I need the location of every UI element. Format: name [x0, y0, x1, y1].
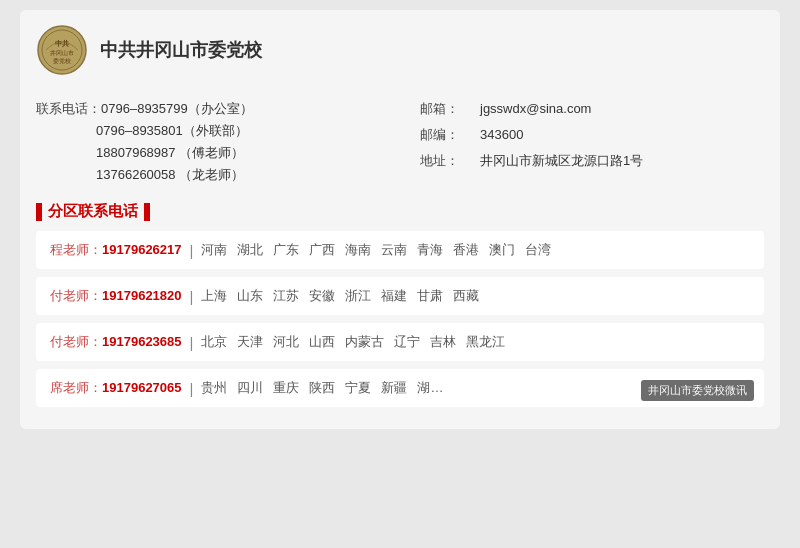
region-area: 山东 — [237, 287, 263, 305]
email-value: jgsswdx@sina.com — [480, 101, 591, 116]
region-card-2: 付老师：19179623685 | 北京天津河北山西内蒙古辽宁吉林黑龙江 — [36, 323, 764, 361]
region-area: 北京 — [201, 333, 227, 351]
section-title: 分区联系电话 — [48, 202, 138, 221]
region-list-2: 北京天津河北山西内蒙古辽宁吉林黑龙江 — [201, 333, 505, 351]
contact-section: 联系电话： 0796–8935799（办公室） 0796–8935801（外联部… — [36, 100, 764, 188]
region-area: 浙江 — [345, 287, 371, 305]
region-area: 贵州 — [201, 379, 227, 397]
region-teacher-0: 程老师：19179626217 — [50, 241, 182, 259]
region-area: 海南 — [345, 241, 371, 259]
svg-text:中共: 中共 — [55, 39, 70, 48]
region-area: 西藏 — [453, 287, 479, 305]
region-area: 陕西 — [309, 379, 335, 397]
watermark: 井冈山市委党校微讯 — [641, 380, 754, 401]
address-value: 井冈山市新城区龙源口路1号 — [480, 152, 643, 170]
region-area: 四川 — [237, 379, 263, 397]
region-area: 湖… — [417, 379, 443, 397]
org-logo: 中共 井冈山市 委党校 — [36, 24, 88, 76]
region-area: 山西 — [309, 333, 335, 351]
region-area: 上海 — [201, 287, 227, 305]
phone-row-2: 0796–8935801（外联部） — [36, 122, 380, 140]
contact-right: 邮箱： jgsswdx@sina.com 邮编： 343600 地址： 井冈山市… — [400, 100, 764, 188]
region-area: 广西 — [309, 241, 335, 259]
postcode-value: 343600 — [480, 127, 523, 142]
phone-row-4: 13766260058 （龙老师） — [36, 166, 380, 184]
region-area: 黑龙江 — [466, 333, 505, 351]
region-teacher-1: 付老师：19179621820 — [50, 287, 182, 305]
phone-row-3: 18807968987 （傅老师） — [36, 144, 380, 162]
region-area: 澳门 — [489, 241, 515, 259]
region-list-1: 上海山东江苏安徽浙江福建甘肃西藏 — [201, 287, 479, 305]
region-area: 香港 — [453, 241, 479, 259]
org-name: 中共井冈山市委党校 — [100, 38, 262, 62]
region-teacher-3: 席老师：19179627065 — [50, 379, 182, 397]
divider-left-bar — [36, 203, 42, 221]
region-area: 河北 — [273, 333, 299, 351]
region-card-1: 付老师：19179621820 | 上海山东江苏安徽浙江福建甘肃西藏 — [36, 277, 764, 315]
region-area: 内蒙古 — [345, 333, 384, 351]
region-area: 湖北 — [237, 241, 263, 259]
section-divider: 分区联系电话 — [36, 202, 764, 221]
region-area: 重庆 — [273, 379, 299, 397]
region-area: 甘肃 — [417, 287, 443, 305]
region-area: 天津 — [237, 333, 263, 351]
divider-right-bar — [144, 203, 150, 221]
email-row: 邮箱： jgsswdx@sina.com — [420, 100, 764, 118]
postcode-label: 邮编： — [420, 126, 480, 144]
region-teacher-2: 付老师：19179623685 — [50, 333, 182, 351]
postcode-row: 邮编： 343600 — [420, 126, 764, 144]
phone-row-1: 联系电话： 0796–8935799（办公室） — [36, 100, 380, 118]
region-area: 吉林 — [430, 333, 456, 351]
separator-2: | — [190, 334, 194, 351]
region-area: 宁夏 — [345, 379, 371, 397]
separator-0: | — [190, 242, 194, 259]
contact-left: 联系电话： 0796–8935799（办公室） 0796–8935801（外联部… — [36, 100, 380, 188]
email-label: 邮箱： — [420, 100, 480, 118]
region-area: 云南 — [381, 241, 407, 259]
address-label: 地址： — [420, 152, 480, 170]
region-area: 河南 — [201, 241, 227, 259]
phone-label: 联系电话： — [36, 100, 101, 118]
separator-3: | — [190, 380, 194, 397]
region-area: 安徽 — [309, 287, 335, 305]
region-card-0: 程老师：19179626217 | 河南湖北广东广西海南云南青海香港澳门台湾 — [36, 231, 764, 269]
region-cards-container: 程老师：19179626217 | 河南湖北广东广西海南云南青海香港澳门台湾 付… — [36, 231, 764, 407]
region-list-3: 贵州四川重庆陕西宁夏新疆湖… — [201, 379, 443, 397]
region-area: 台湾 — [525, 241, 551, 259]
separator-1: | — [190, 288, 194, 305]
address-row: 地址： 井冈山市新城区龙源口路1号 — [420, 152, 764, 170]
phone-value-1: 0796–8935799（办公室） — [101, 100, 253, 118]
region-list-0: 河南湖北广东广西海南云南青海香港澳门台湾 — [201, 241, 551, 259]
region-area: 福建 — [381, 287, 407, 305]
svg-text:委党校: 委党校 — [53, 57, 71, 64]
region-area: 江苏 — [273, 287, 299, 305]
header-section: 中共 井冈山市 委党校 中共井冈山市委党校 — [36, 24, 764, 86]
svg-text:井冈山市: 井冈山市 — [50, 49, 74, 56]
region-area: 广东 — [273, 241, 299, 259]
region-area: 新疆 — [381, 379, 407, 397]
region-area: 青海 — [417, 241, 443, 259]
region-card-3: 席老师：19179627065 | 贵州四川重庆陕西宁夏新疆湖… 井冈山市委党校… — [36, 369, 764, 407]
region-area: 辽宁 — [394, 333, 420, 351]
